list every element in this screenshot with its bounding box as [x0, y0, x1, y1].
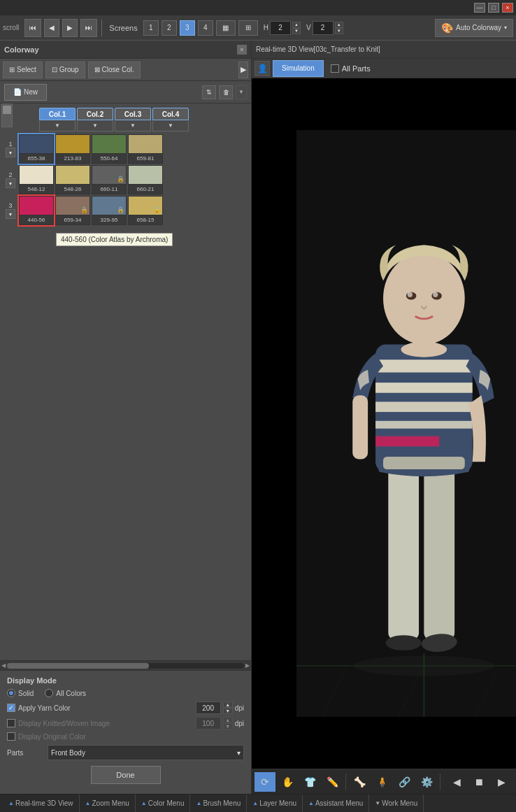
- garment-tool-btn[interactable]: 👕: [299, 772, 320, 792]
- all-colors-radio[interactable]: All Colors: [45, 689, 86, 697]
- swatch-2-4-label: 660-21: [128, 185, 163, 194]
- scroll-down-arrow[interactable]: ▼: [236, 85, 247, 99]
- col-1-dropdown[interactable]: ▼: [39, 120, 76, 131]
- all-parts-checkbox[interactable]: [331, 64, 339, 73]
- screen-3-button[interactable]: 3: [180, 20, 195, 36]
- bottom-brush-menu[interactable]: ▲ Brush Menu: [190, 795, 247, 813]
- minimize-button[interactable]: —: [474, 3, 485, 13]
- scrollbar-track[interactable]: [7, 663, 244, 669]
- knitted-dpi-down[interactable]: ▼: [223, 723, 233, 729]
- swatch-2-2[interactable]: 548-26: [55, 165, 90, 194]
- swatch-3-1[interactable]: 440-56: [19, 196, 54, 225]
- row-1-dropdown[interactable]: ▼: [6, 148, 15, 157]
- col-4-dropdown[interactable]: ▼: [152, 120, 189, 131]
- pan-tool-btn[interactable]: ✋: [277, 772, 298, 792]
- bottom-realtime-3d[interactable]: ▲ Real-time 3D View: [3, 795, 80, 813]
- swatch-2-3[interactable]: 🔒 660-11: [92, 165, 127, 194]
- knitted-checkbox[interactable]: [7, 719, 15, 727]
- delete-button[interactable]: 🗑: [219, 85, 233, 99]
- v-down-arrow[interactable]: ▼: [335, 28, 343, 34]
- v-up-arrow[interactable]: ▲: [335, 22, 343, 28]
- apply-yarn-dpi-up[interactable]: ▲: [223, 701, 233, 708]
- bottom-color-menu[interactable]: ▲ Color Menu: [136, 795, 191, 813]
- done-button[interactable]: Done: [91, 766, 161, 784]
- swatch-3-2[interactable]: 🔒 659-34: [55, 196, 90, 225]
- col-2-label: Col.2: [77, 108, 113, 120]
- bottom-zoom-menu[interactable]: ▲ Zoom Menu: [80, 795, 136, 813]
- select-button[interactable]: ⊞ Select: [3, 62, 43, 78]
- screen-split-button[interactable]: ⊞: [238, 20, 258, 36]
- sort-button[interactable]: ⇅: [202, 85, 216, 99]
- assistant-arrow: ▲: [308, 800, 314, 806]
- play-next-btn[interactable]: ▶: [491, 772, 512, 792]
- apply-yarn-checkbox[interactable]: [7, 704, 15, 712]
- bones-btn[interactable]: 🦴: [349, 772, 370, 792]
- swatch-1-2[interactable]: 213-83: [55, 134, 90, 164]
- skip-forward-button[interactable]: ⏭: [80, 19, 97, 37]
- scroll-right-btn[interactable]: ▶: [245, 662, 250, 669]
- original-color-checkbox[interactable]: [7, 732, 15, 741]
- skip-back-button[interactable]: ⏮: [24, 19, 41, 37]
- knitted-dpi-input[interactable]: [196, 717, 221, 729]
- maximize-button[interactable]: □: [488, 3, 499, 13]
- rotate-tool-btn[interactable]: ⟳: [255, 772, 275, 792]
- parts-dropdown[interactable]: Front Body ▾: [48, 745, 244, 760]
- screen-1-button[interactable]: 1: [143, 20, 159, 36]
- bottom-assistant-menu[interactable]: ▲ Assistant Menu: [303, 795, 369, 813]
- color-menu-label: Color Menu: [148, 799, 185, 807]
- swatch-3-4[interactable]: 🔒 658-15: [128, 196, 163, 225]
- swatch-1-1[interactable]: 655-38: [19, 134, 54, 164]
- bottom-layer-menu[interactable]: ▲ Layer Menu: [247, 795, 303, 813]
- group-label: Group: [59, 66, 79, 73]
- simulation-tab[interactable]: Simulation: [273, 60, 324, 77]
- col-2-dropdown[interactable]: ▼: [77, 120, 113, 131]
- draw-tool-btn[interactable]: ✏️: [322, 772, 343, 792]
- swatch-2-4[interactable]: 660-21: [128, 165, 163, 194]
- swatch-3-3[interactable]: 🔒 329-95: [92, 196, 127, 225]
- connect-btn[interactable]: 🔗: [394, 772, 415, 792]
- assistant-menu-label: Assistant Menu: [315, 799, 363, 807]
- close-col-button[interactable]: ⊠ Close Col.: [88, 62, 141, 78]
- scrollbar-thumb[interactable]: [7, 663, 149, 669]
- play-button[interactable]: ▶: [62, 19, 78, 37]
- play-stop-btn[interactable]: ⏹: [468, 772, 489, 792]
- swatch-1-3-color: [92, 134, 127, 154]
- figure-btn[interactable]: 🧍: [371, 772, 392, 792]
- play-prev-btn[interactable]: ◀: [446, 772, 467, 792]
- row-2-number: 2: [8, 171, 12, 178]
- row-2-dropdown[interactable]: ▼: [6, 178, 15, 188]
- screens-label: Screens: [109, 24, 137, 32]
- bottom-work-menu[interactable]: ▼ Work Menu: [369, 795, 424, 813]
- row-3-dropdown[interactable]: ▼: [6, 209, 15, 219]
- h-scrollbar[interactable]: ◀ ▶: [0, 660, 251, 670]
- color-grid-area: Col.1 ▼ Col.2 ▼ Col.3 ▼ Col.4 ▼: [0, 104, 251, 660]
- h-up-arrow[interactable]: ▲: [292, 22, 301, 28]
- v-input[interactable]: [313, 21, 334, 35]
- colorway-scroll-arrow[interactable]: ▶: [238, 62, 248, 78]
- new-button[interactable]: 📄 New: [4, 84, 47, 101]
- avatar-tab-icon[interactable]: 👤: [255, 61, 270, 76]
- h-down-arrow[interactable]: ▼: [292, 28, 301, 34]
- screen-4-button[interactable]: 4: [198, 20, 213, 36]
- prev-button[interactable]: ◀: [44, 19, 59, 37]
- apply-yarn-dpi-down[interactable]: ▼: [223, 708, 233, 714]
- swatch-2-1[interactable]: 548-12: [19, 165, 54, 194]
- h-input[interactable]: [270, 21, 291, 35]
- screen-grid-button[interactable]: ▦: [216, 20, 236, 36]
- screen-2-button[interactable]: 2: [162, 20, 177, 36]
- group-button[interactable]: ⊡ Group: [45, 62, 85, 78]
- knitted-dpi-up[interactable]: ▲: [223, 717, 233, 723]
- swatch-2-1-color: [19, 165, 54, 185]
- scroll-left-btn[interactable]: ◀: [1, 662, 6, 669]
- apply-yarn-label: Apply Yarn Color: [18, 704, 71, 712]
- close-button[interactable]: ×: [502, 3, 513, 13]
- settings-btn[interactable]: ⚙️: [416, 772, 437, 792]
- apply-yarn-dpi-input[interactable]: [196, 701, 221, 714]
- solid-radio[interactable]: Solid: [7, 689, 34, 697]
- auto-colorway-button[interactable]: 🎨 Auto Colorway ▾: [435, 19, 513, 37]
- swatch-1-4[interactable]: 659-81: [128, 134, 163, 164]
- swatch-1-3[interactable]: 550-64: [92, 134, 127, 164]
- colorway-close-button[interactable]: ×: [237, 45, 247, 55]
- col-3-dropdown[interactable]: ▼: [115, 120, 151, 131]
- svg-point-18: [433, 292, 438, 297]
